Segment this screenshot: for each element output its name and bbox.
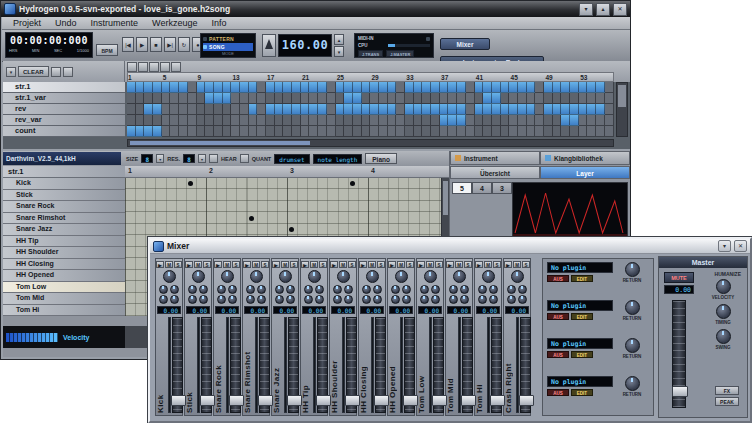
fx-bypass-button[interactable]: AUS [547, 389, 569, 396]
velocity-bar[interactable] [6, 333, 58, 342]
song-grid-cell[interactable] [370, 126, 379, 137]
song-grid-cell[interactable] [431, 104, 440, 115]
fx-return-knob[interactable] [625, 376, 640, 391]
song-grid-cell[interactable] [570, 126, 579, 137]
song-grid-cell[interactable] [344, 104, 353, 115]
song-grid-cell[interactable] [561, 115, 570, 126]
tempo-up-button[interactable]: ▴ [334, 34, 344, 45]
song-grid-cell[interactable] [179, 93, 188, 104]
song-grid-cell[interactable] [448, 104, 457, 115]
play-sample-button[interactable]: ▶ [243, 261, 251, 268]
song-grid-cell[interactable] [327, 104, 336, 115]
pan-knob[interactable] [337, 270, 350, 283]
stacked-mode-button[interactable] [149, 62, 159, 72]
bpm-tap-button[interactable]: BPM [96, 44, 118, 56]
song-grid-cell[interactable] [570, 104, 579, 115]
beat-ruler[interactable]: 1234 [125, 166, 449, 178]
song-grid-cell[interactable] [362, 93, 371, 104]
song-grid-cell[interactable] [127, 126, 136, 137]
song-grid-cell[interactable] [518, 82, 527, 93]
instrument-row-hh-opened[interactable]: HH Opened [3, 270, 125, 282]
pattern-options-button[interactable]: ▾ [6, 67, 16, 77]
song-grid-cell[interactable] [162, 82, 171, 93]
song-grid-cell[interactable] [535, 126, 544, 137]
song-grid-cell[interactable] [587, 104, 596, 115]
instrument-row-tom-hi[interactable]: Tom Hi [3, 305, 125, 317]
song-grid-cell[interactable] [223, 82, 232, 93]
song-grid-cell[interactable] [240, 104, 249, 115]
fx3-send-knob[interactable] [478, 295, 487, 304]
song-grid-cell[interactable] [318, 126, 327, 137]
fx-name-display[interactable]: No plugin [547, 262, 613, 273]
mixer-titlebar[interactable]: Mixer ▾ ✕ [150, 239, 750, 254]
playback-track-button[interactable] [171, 62, 181, 72]
fx4-send-knob[interactable] [373, 295, 382, 304]
song-grid-cell[interactable] [309, 93, 318, 104]
mute-button[interactable]: M [339, 261, 347, 268]
song-grid-cell[interactable] [127, 93, 136, 104]
note-dot[interactable] [289, 227, 294, 232]
mixer-close-button[interactable]: ✕ [734, 240, 747, 252]
fx-name-display[interactable]: No plugin [547, 300, 613, 311]
pan-knob[interactable] [511, 270, 524, 283]
mute-button[interactable]: M [165, 261, 173, 268]
song-grid-cell[interactable] [509, 93, 518, 104]
song-grid-cell[interactable] [144, 82, 153, 93]
song-grid-cell[interactable] [136, 104, 145, 115]
fx1-send-knob[interactable] [362, 285, 371, 294]
fx3-send-knob[interactable] [420, 295, 429, 304]
song-grid-cell[interactable] [501, 93, 510, 104]
song-grid-cell[interactable] [197, 115, 206, 126]
song-grid-cell[interactable] [318, 104, 327, 115]
song-grid-cell[interactable] [205, 82, 214, 93]
song-grid-cell[interactable] [136, 93, 145, 104]
song-grid-cell[interactable] [492, 126, 501, 137]
song-grid-cell[interactable] [561, 104, 570, 115]
song-grid-cell[interactable] [396, 115, 405, 126]
song-grid-cell[interactable] [544, 104, 553, 115]
instrument-row-snare-rimshot[interactable]: Snare Rimshot [3, 213, 125, 225]
layer-cell-3[interactable]: 3 [492, 182, 512, 194]
forward-button[interactable]: ▶| [164, 37, 176, 52]
song-grid-cell[interactable] [301, 104, 310, 115]
song-grid-cell[interactable] [553, 115, 562, 126]
song-grid-cell[interactable] [283, 82, 292, 93]
song-grid-cell[interactable] [353, 115, 362, 126]
mute-button[interactable]: M [368, 261, 376, 268]
song-grid-cell[interactable] [266, 93, 275, 104]
fx2-send-knob[interactable] [170, 285, 179, 294]
fx4-send-knob[interactable] [199, 295, 208, 304]
fx1-send-knob[interactable] [449, 285, 458, 294]
song-grid-cell[interactable] [318, 93, 327, 104]
instrument-row-snare-rock[interactable]: Snare Rock [3, 201, 125, 213]
song-grid-cell[interactable] [492, 82, 501, 93]
solo-button[interactable]: S [493, 261, 501, 268]
song-grid-cell[interactable] [275, 93, 284, 104]
song-grid-cell[interactable] [431, 115, 440, 126]
song-grid-cell[interactable] [301, 93, 310, 104]
song-grid-cell[interactable] [205, 115, 214, 126]
fx4-send-knob[interactable] [228, 295, 237, 304]
song-grid-cell[interactable] [240, 93, 249, 104]
song-grid-cell[interactable] [431, 126, 440, 137]
clear-sequence-button[interactable]: CLEAR [18, 66, 49, 77]
song-grid-cell[interactable] [344, 115, 353, 126]
song-grid-cell[interactable] [170, 82, 179, 93]
fx2-send-knob[interactable] [373, 285, 382, 294]
solo-button[interactable]: S [522, 261, 530, 268]
song-grid-cell[interactable] [414, 126, 423, 137]
layer-cell-4[interactable]: 4 [472, 182, 492, 194]
song-grid-cell[interactable] [188, 104, 197, 115]
song-grid-cell[interactable] [249, 104, 258, 115]
song-grid-cell[interactable] [561, 126, 570, 137]
fx2-send-knob[interactable] [460, 285, 469, 294]
solo-button[interactable]: S [377, 261, 385, 268]
song-grid-cell[interactable] [336, 104, 345, 115]
song-grid-cell[interactable] [466, 82, 475, 93]
song-grid-cell[interactable] [188, 115, 197, 126]
song-grid-cell[interactable] [362, 82, 371, 93]
pan-knob[interactable] [279, 270, 292, 283]
fx1-send-knob[interactable] [275, 285, 284, 294]
song-grid-cell[interactable] [492, 93, 501, 104]
song-grid-cell[interactable] [475, 82, 484, 93]
